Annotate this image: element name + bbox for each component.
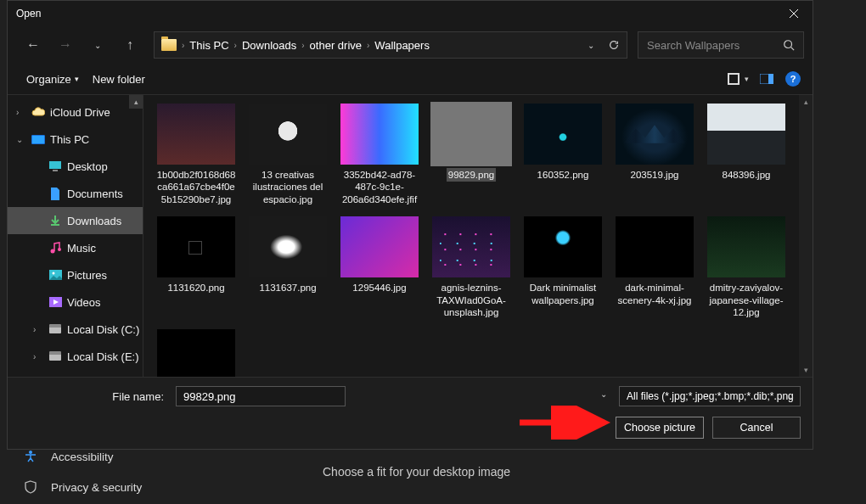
svg-rect-6	[49, 161, 61, 169]
file-thumbnail[interactable]: Dark minimalist wallpapers.jpg	[519, 213, 607, 322]
breadcrumb-segment[interactable]: other drive	[310, 39, 362, 52]
arrow-right-icon: →	[59, 37, 72, 53]
disk-icon	[48, 322, 62, 336]
svg-rect-14	[49, 324, 61, 328]
content-scrollbar[interactable]: ▴ ▾	[799, 95, 813, 377]
thumbnail-image	[524, 104, 602, 165]
doc-icon	[48, 187, 62, 200]
tree-node-label: iCloud Drive	[50, 106, 110, 119]
file-name-label: 3352bd42-ad78-487c-9c1e-206a6d340efe.jfi…	[337, 168, 422, 206]
back-button[interactable]: ←	[20, 31, 47, 59]
filename-input[interactable]	[176, 386, 346, 406]
tree-node-label: Desktop	[67, 160, 108, 173]
fit-hint-text: Choose a fit for your desktop image	[323, 465, 510, 479]
new-folder-button[interactable]: New folder	[86, 70, 152, 89]
pic-icon	[48, 268, 62, 282]
tree-node[interactable]: › Local Disk (E:)	[8, 343, 143, 370]
preview-pane-button[interactable]	[756, 69, 777, 89]
tree-node[interactable]: Desktop	[8, 153, 143, 180]
breadcrumb-segment[interactable]: Downloads	[242, 39, 296, 52]
file-open-dialog: Open ← → ⌄ ↑ › This PC › Downloads › oth…	[7, 0, 813, 450]
forward-button[interactable]: →	[52, 31, 79, 59]
file-name-label: 160352.png	[536, 168, 591, 182]
disk-icon	[48, 350, 62, 363]
thumbnail-image	[616, 104, 694, 165]
svg-rect-3	[729, 75, 738, 83]
up-button[interactable]: ↑	[116, 31, 143, 59]
thumbnail-image	[707, 216, 785, 277]
file-thumbnail[interactable]: 99829.png	[427, 100, 515, 210]
dialog-footer: File name: ⌄ All files (*.jpg;*.jpeg;*.b…	[8, 377, 813, 449]
thumbnail-image	[249, 104, 327, 165]
chevron-right-icon: ›	[301, 41, 304, 50]
tree-node-label: Downloads	[67, 215, 121, 227]
thumbnail-image	[157, 104, 235, 165]
desktop-icon	[48, 160, 62, 173]
file-thumbnail[interactable]: dmitry-zaviyalov-japanese-village-12.jpg	[702, 213, 790, 322]
chevron-down-icon: ⌄	[788, 392, 795, 401]
file-thumbnail[interactable]: 3352bd42-ad78-487c-9c1e-206a6d340efe.jfi…	[335, 100, 424, 210]
folder-icon	[161, 39, 177, 51]
tree-scroll-up[interactable]: ▴	[129, 95, 143, 109]
help-button[interactable]: ?	[785, 71, 801, 87]
cancel-button[interactable]: Cancel	[712, 417, 801, 439]
close-icon	[789, 8, 799, 19]
file-name-label: 848396.jpg	[721, 168, 773, 182]
settings-sidebar: Accessibility Privacy & security	[0, 441, 280, 502]
recent-button[interactable]: ⌄	[84, 31, 111, 59]
search-input[interactable]: Search Wallpapers	[638, 31, 804, 59]
file-name-label: Dark minimalist wallpapers.jpg	[520, 281, 605, 307]
file-thumbnail[interactable]: 1131637.png	[244, 213, 332, 322]
toolbar: Organize ▾ New folder ▾ ?	[8, 64, 813, 94]
tree-node-label: Music	[67, 242, 96, 255]
scroll-down-icon[interactable]: ▾	[799, 363, 813, 377]
chevron-down-icon[interactable]: ⌄	[600, 389, 607, 399]
organize-menu[interactable]: Organize ▾	[20, 70, 86, 89]
file-thumbnail[interactable]: 1b00db2f0168d68ca661a67cbe4f0e5b15290be7…	[152, 100, 240, 210]
address-bar[interactable]: › This PC › Downloads › other drive › Wa…	[154, 31, 627, 59]
file-thumbnail[interactable]	[152, 326, 240, 377]
filetype-select[interactable]: All files (*.jpg;*.jpeg;*.bmp;*.dib;*.pn…	[619, 386, 801, 406]
sidebar-item-label: Privacy & security	[51, 481, 142, 494]
view-mode-button[interactable]: ▾	[728, 69, 748, 89]
tree-node[interactable]: › iCloud Drive	[8, 98, 143, 126]
music-icon	[48, 241, 62, 255]
tree-node[interactable]: Music	[8, 234, 143, 261]
breadcrumb-segment[interactable]: Wallpapers	[374, 39, 430, 52]
file-thumbnail[interactable]: 848396.jpg	[702, 100, 790, 210]
file-name-label: agnis-leznins-TAXWIad0GoA-unsplash.jpg	[429, 281, 514, 319]
file-thumbnail[interactable]: 13 creativas ilustraciones del espacio.j…	[244, 100, 332, 210]
shield-icon	[24, 480, 37, 494]
dialog-title: Open	[16, 8, 41, 20]
tree-node[interactable]: Pictures	[8, 261, 143, 288]
file-thumbnail[interactable]: 203519.jpg	[610, 100, 699, 210]
tree-node[interactable]: ⌄ This PC	[8, 126, 143, 153]
breadcrumb-segment[interactable]: This PC	[189, 39, 228, 52]
thumbnail-image	[432, 216, 510, 277]
sidebar-item-privacy[interactable]: Privacy & security	[0, 472, 280, 502]
file-thumbnail[interactable]: 160352.png	[519, 100, 607, 210]
scroll-up-icon[interactable]: ▴	[799, 95, 813, 109]
tree-node-label: This PC	[50, 133, 89, 146]
svg-rect-7	[53, 170, 58, 171]
chevron-down-icon[interactable]: ⌄	[588, 41, 594, 50]
svg-point-1	[784, 41, 792, 48]
file-thumbnail[interactable]: 1295446.jpg	[335, 213, 424, 322]
chevron-icon: ⌄	[16, 135, 26, 144]
choose-picture-button[interactable]: Choose picture	[616, 417, 704, 439]
chevron-icon: ›	[33, 352, 43, 361]
tree-node[interactable]: Downloads	[8, 207, 143, 234]
chevron-right-icon: ›	[367, 41, 369, 50]
tree-node[interactable]: Videos	[8, 288, 143, 316]
refresh-button[interactable]	[608, 39, 620, 51]
tree-node[interactable]: › Local Disk (C:)	[8, 316, 143, 343]
file-thumbnail[interactable]: 1131620.png	[152, 213, 240, 322]
file-thumbnail[interactable]: agnis-leznins-TAXWIad0GoA-unsplash.jpg	[427, 213, 515, 322]
thumbnail-image	[157, 216, 235, 277]
file-thumbnail[interactable]: dark-minimal-scenery-4k-xj.jpg	[610, 213, 699, 322]
file-name-label: 99829.png	[447, 168, 496, 182]
tree-node[interactable]: Documents	[8, 180, 143, 207]
close-button[interactable]	[775, 1, 813, 26]
file-name-label: 1131620.png	[166, 281, 226, 294]
arrow-up-icon: ↑	[127, 37, 133, 53]
